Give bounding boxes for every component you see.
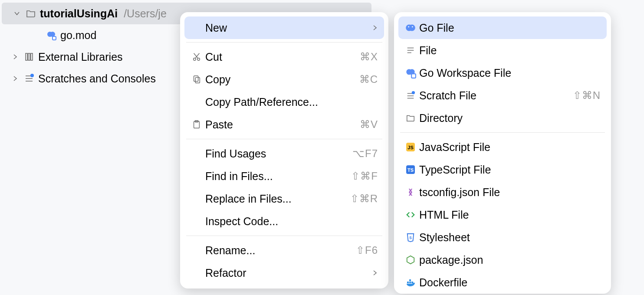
menu-label: New <box>205 22 372 34</box>
menu-separator <box>186 139 382 139</box>
svg-point-9 <box>30 74 34 77</box>
cut-icon <box>188 52 205 62</box>
svg-rect-37 <box>407 282 409 283</box>
svg-text:S: S <box>409 236 412 240</box>
chevron-right-icon <box>10 52 20 62</box>
menu-item-replace-in-files[interactable]: Replace in Files... ⇧⌘R <box>184 187 384 210</box>
submenu-label: Scratch File <box>419 89 573 102</box>
menu-label: Copy <box>205 73 359 86</box>
menu-item-new[interactable]: New <box>184 16 384 39</box>
svg-point-21 <box>412 26 413 27</box>
submenu-item-html[interactable]: HTML File <box>398 203 607 226</box>
chevron-right-icon <box>372 25 378 31</box>
chevron-right-icon <box>10 74 20 83</box>
svg-rect-27 <box>411 74 416 78</box>
submenu-item-go-file[interactable]: Go File <box>398 16 607 39</box>
shortcut: ⌘V <box>360 118 378 131</box>
project-path: /Users/je <box>124 7 167 20</box>
submenu-new: Go File File Go Workspace File Scratch F… <box>394 12 611 294</box>
submenu-item-stylesheet[interactable]: S Stylesheet <box>398 226 607 249</box>
menu-item-rename[interactable]: Rename... ⇧F6 <box>184 239 384 262</box>
submenu-label: package.json <box>419 254 601 266</box>
nodejs-icon <box>402 255 419 265</box>
file-label: go.mod <box>60 29 96 42</box>
shortcut: ⇧⌘R <box>350 193 378 205</box>
menu-item-inspect-code[interactable]: Inspect Code... <box>184 210 384 233</box>
submenu-label: JavaScript File <box>419 141 601 154</box>
copy-icon <box>188 75 205 84</box>
shortcut: ⇧F6 <box>356 244 378 256</box>
menu-label: Rename... <box>205 244 356 257</box>
menu-item-refactor[interactable]: Refactor <box>184 262 384 284</box>
shortcut: ⌥F7 <box>352 148 378 160</box>
submenu-item-javascript[interactable]: JS JavaScript File <box>398 136 607 158</box>
shortcut: ⌘C <box>359 73 378 85</box>
svg-rect-15 <box>195 77 200 83</box>
menu-label: Inspect Code... <box>205 215 378 228</box>
scratches-label: Scratches and Consoles <box>38 72 156 85</box>
go-workspace-icon <box>402 67 419 79</box>
typescript-icon: TS <box>402 164 419 175</box>
menu-separator <box>186 236 382 236</box>
submenu-item-go-workspace[interactable]: Go Workspace File <box>398 62 607 84</box>
stylesheet-icon: S <box>402 233 419 242</box>
go-file-icon <box>402 22 419 33</box>
submenu-label: Directory <box>419 112 601 125</box>
javascript-icon: JS <box>402 142 419 152</box>
chevron-down-icon <box>12 9 22 18</box>
svg-text:JS: JS <box>407 145 413 150</box>
submenu-item-scratch-file[interactable]: Scratch File ⇧⌘N <box>398 84 607 107</box>
menu-item-copy-path[interactable]: Copy Path/Reference... <box>184 91 384 113</box>
folder-icon <box>25 8 36 19</box>
svg-rect-5 <box>31 53 33 60</box>
shortcut: ⌘X <box>360 51 378 63</box>
context-menu: New Cut ⌘X Copy ⌘C Copy Path/Reference..… <box>180 12 388 288</box>
submenu-item-file[interactable]: File <box>398 39 607 62</box>
submenu-label: HTML File <box>419 209 601 221</box>
external-libraries-label: External Libraries <box>38 51 123 63</box>
submenu-item-tsconfig[interactable]: tsconfig.json File <box>398 181 607 203</box>
submenu-item-package-json[interactable]: package.json <box>398 249 607 271</box>
directory-icon <box>402 113 419 123</box>
submenu-item-typescript[interactable]: TS TypeScript File <box>398 158 607 181</box>
svg-point-11 <box>197 58 200 61</box>
menu-separator <box>186 42 382 43</box>
library-icon <box>23 51 35 62</box>
menu-label: Paste <box>205 118 360 131</box>
file-icon <box>402 46 419 55</box>
menu-separator <box>400 132 605 133</box>
menu-label: Copy Path/Reference... <box>205 96 378 108</box>
menu-label: Replace in Files... <box>205 193 350 205</box>
menu-item-find-usages[interactable]: Find Usages ⌥F7 <box>184 142 384 165</box>
svg-rect-2 <box>53 36 56 40</box>
submenu-item-directory[interactable]: Directory <box>398 107 607 129</box>
svg-rect-38 <box>409 282 411 283</box>
svg-point-20 <box>408 26 409 27</box>
svg-rect-40 <box>409 279 411 281</box>
svg-rect-3 <box>26 53 27 60</box>
svg-point-10 <box>194 58 196 61</box>
menu-label: Cut <box>205 51 360 63</box>
tsconfig-icon <box>402 187 419 197</box>
menu-item-copy[interactable]: Copy ⌘C <box>184 68 384 91</box>
scratch-file-icon <box>402 91 419 100</box>
svg-rect-39 <box>411 282 413 283</box>
chevron-right-icon <box>372 270 378 276</box>
html-icon <box>402 210 419 220</box>
shortcut: ⇧⌘N <box>573 89 601 102</box>
menu-item-cut[interactable]: Cut ⌘X <box>184 46 384 68</box>
submenu-label: Stylesheet <box>419 231 601 244</box>
submenu-label: Go File <box>419 22 601 34</box>
submenu-item-dockerfile[interactable]: Dockerfile <box>398 271 607 294</box>
menu-label: Refactor <box>205 267 372 279</box>
submenu-label: tsconfig.json File <box>419 186 601 199</box>
svg-rect-4 <box>28 53 30 60</box>
submenu-label: TypeScript File <box>419 164 601 176</box>
submenu-label: Dockerfile <box>419 276 601 289</box>
svg-point-31 <box>412 91 415 94</box>
menu-item-paste[interactable]: Paste ⌘V <box>184 113 384 136</box>
menu-label: Find Usages <box>205 148 352 160</box>
paste-icon <box>188 120 205 129</box>
svg-point-19 <box>409 24 415 31</box>
menu-item-find-in-files[interactable]: Find in Files... ⇧⌘F <box>184 165 384 187</box>
